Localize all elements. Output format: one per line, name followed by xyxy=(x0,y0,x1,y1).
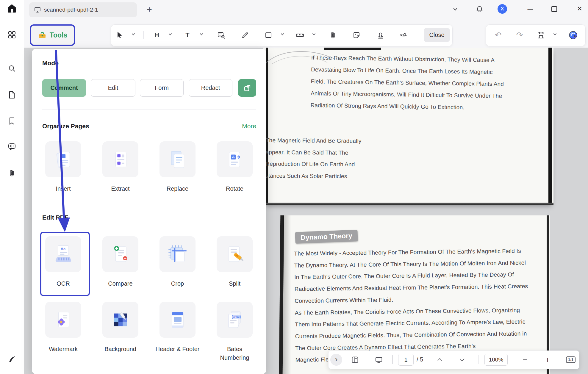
mode-form-button[interactable]: Form xyxy=(140,79,184,97)
redo-button[interactable]: ↷ xyxy=(514,29,526,41)
text-tool-icon: T xyxy=(185,31,189,39)
chevron-right-icon: › xyxy=(330,354,342,366)
measure-tool-button[interactable] xyxy=(294,29,306,41)
ocr-icon: Aa xyxy=(45,236,81,272)
sidebar-item-search[interactable] xyxy=(6,62,18,74)
zoom-level-button[interactable]: 100% xyxy=(484,354,508,366)
ai-assistant-button[interactable] xyxy=(567,29,579,41)
tool-extract[interactable]: Extract xyxy=(102,141,138,193)
rectangle-icon xyxy=(264,31,273,40)
save-button[interactable] xyxy=(535,29,547,41)
pencil-icon xyxy=(241,31,250,40)
actual-size-button[interactable]: 1:1 xyxy=(565,354,577,366)
mode-edit-button[interactable]: Edit xyxy=(91,79,135,97)
tool-ocr[interactable]: Aa OCR xyxy=(45,236,81,288)
document-icon xyxy=(7,90,16,99)
sidebar-item-attachments[interactable] xyxy=(6,167,18,179)
select-tool-dropdown[interactable] xyxy=(131,32,136,38)
replace-pages-icon xyxy=(159,141,196,177)
pen-tool-button[interactable] xyxy=(239,29,251,41)
open-in-new-window-button[interactable] xyxy=(238,79,256,97)
compare-icon xyxy=(102,236,138,272)
next-page-button[interactable] xyxy=(456,354,468,366)
statusbar-divider xyxy=(392,355,393,364)
zoom-out-button[interactable]: − xyxy=(519,354,531,366)
scan-bottom-edge xyxy=(263,203,553,205)
note-tool-button[interactable] xyxy=(215,29,227,41)
minimize-button[interactable]: — xyxy=(526,5,535,13)
sidebar-item-pages[interactable] xyxy=(6,89,18,101)
scan-spine-shadow xyxy=(283,215,291,374)
tool-header-footer[interactable]: Header & Footer xyxy=(159,302,196,354)
page-number-input[interactable]: 1 xyxy=(398,354,414,366)
page-total-label: / 5 xyxy=(417,356,423,363)
select-tool-button[interactable] xyxy=(113,29,125,41)
thumbnails-icon xyxy=(351,356,359,364)
notifications-button[interactable] xyxy=(475,4,484,14)
close-tools-mode-button[interactable]: Close xyxy=(424,28,450,42)
chevron-down-icon xyxy=(553,32,557,36)
undo-button[interactable]: ↶ xyxy=(492,29,504,41)
tool-insert[interactable]: Insert xyxy=(45,141,81,193)
sidebar-item-comments[interactable] xyxy=(6,141,18,153)
chevron-down-icon xyxy=(168,32,172,36)
zoom-in-button[interactable]: + xyxy=(542,354,553,366)
shape-tool-button[interactable] xyxy=(262,29,274,41)
chat-bubble-icon xyxy=(7,142,16,151)
home-button[interactable] xyxy=(6,2,18,14)
highlight-tool-dropdown[interactable] xyxy=(168,32,173,38)
bates-numbering-icon: 000123 xyxy=(217,302,253,338)
page2-paragraph: The Most Widely - Accepted Theory For Th… xyxy=(294,245,529,366)
stamp-tool-button[interactable] xyxy=(375,29,387,41)
chevron-down-icon xyxy=(131,32,135,36)
panel-divider xyxy=(42,109,256,110)
account-avatar[interactable]: X xyxy=(498,4,507,14)
mode-comment-button[interactable]: Comment xyxy=(42,79,86,97)
document-tab[interactable]: scanned-pdf-updf-2-1 xyxy=(29,2,137,17)
page2-heading-badge: Dynamo Theory xyxy=(295,230,358,244)
sidebar-item-signature[interactable] xyxy=(6,353,18,365)
toolbar-divider xyxy=(143,31,144,39)
page-thumbnails-button[interactable] xyxy=(349,354,361,366)
ruler-icon xyxy=(295,31,304,40)
tool-compare[interactable]: Compare xyxy=(102,236,138,288)
note-search-icon xyxy=(217,31,226,40)
text-tool-button[interactable]: T xyxy=(182,29,193,41)
expand-panel-button[interactable]: › xyxy=(330,354,342,366)
page1-paragraph: If These Rays Reach The Earth Without Ob… xyxy=(310,52,504,114)
sidebar-item-apps[interactable] xyxy=(6,29,18,41)
new-tab-button[interactable]: + xyxy=(145,4,154,15)
undo-icon: ↶ xyxy=(495,29,502,41)
tool-crop[interactable]: Crop xyxy=(159,236,196,288)
tool-replace[interactable]: Replace xyxy=(159,141,196,193)
tool-bates-numbering[interactable]: 000123 Bates Numbering xyxy=(217,302,253,354)
signature-tool-button[interactable] xyxy=(398,29,410,41)
tool-rotate[interactable]: A Rotate xyxy=(217,141,253,193)
header-footer-icon xyxy=(159,302,196,338)
presentation-mode-button[interactable] xyxy=(373,354,385,366)
maximize-button[interactable] xyxy=(551,6,557,12)
rotate-pages-icon: A xyxy=(217,141,253,177)
save-dropdown[interactable] xyxy=(553,32,558,38)
chevron-down-icon xyxy=(199,32,204,36)
tools-button[interactable]: Tools xyxy=(30,24,75,46)
shape-tool-dropdown[interactable] xyxy=(280,32,285,38)
measure-tool-dropdown[interactable] xyxy=(312,32,317,38)
bell-icon xyxy=(476,5,484,13)
highlight-tool-button[interactable]: H xyxy=(151,29,163,41)
tool-split[interactable]: Split xyxy=(217,236,253,288)
tabs-dropdown-button[interactable] xyxy=(451,5,459,14)
bookmark-icon xyxy=(7,117,16,126)
doc-text-line: stances Such As Solar Particles. xyxy=(265,170,361,182)
doc-text-line: The Magnetic Field And Be Gradually xyxy=(266,134,362,147)
text-tool-dropdown[interactable] xyxy=(199,32,204,38)
previous-page-button[interactable] xyxy=(434,354,446,366)
close-window-button[interactable]: × xyxy=(576,4,584,14)
attachment-tool-button[interactable] xyxy=(327,29,339,41)
sidebar-item-bookmarks[interactable] xyxy=(6,115,18,127)
tool-background[interactable]: Background xyxy=(102,302,138,354)
sticker-tool-button[interactable] xyxy=(351,29,362,41)
tool-watermark[interactable]: Watermark xyxy=(45,302,81,354)
organize-more-link[interactable]: More xyxy=(242,123,256,130)
mode-redact-button[interactable]: Redact xyxy=(189,79,232,97)
